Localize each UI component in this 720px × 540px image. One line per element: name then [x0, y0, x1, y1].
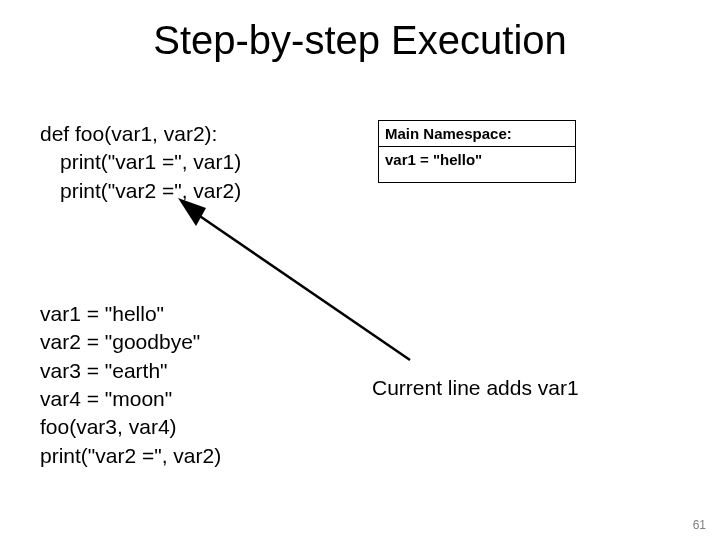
code-line: print("var2 =", var2)	[40, 442, 221, 470]
code-line: def foo(var1, var2):	[40, 120, 241, 148]
code-line: print("var1 =", var1)	[40, 148, 241, 176]
annotation-text: Current line adds var1	[372, 376, 579, 400]
slide-title: Step-by-step Execution	[0, 18, 720, 63]
code-line: print("var2 =", var2)	[40, 177, 241, 205]
code-function-def: def foo(var1, var2): print("var1 =", var…	[40, 120, 241, 205]
code-line: var3 = "earth"	[40, 357, 221, 385]
code-line: var2 = "goodbye"	[40, 328, 221, 356]
code-line: var4 = "moon"	[40, 385, 221, 413]
code-line: var1 = "hello"	[40, 300, 221, 328]
namespace-box: Main Namespace: var1 = "hello"	[378, 120, 576, 183]
page-number: 61	[693, 518, 706, 532]
namespace-entry: var1 = "hello"	[379, 147, 575, 182]
slide: Step-by-step Execution def foo(var1, var…	[0, 0, 720, 540]
svg-line-0	[188, 208, 410, 360]
code-line: foo(var3, var4)	[40, 413, 221, 441]
namespace-header: Main Namespace:	[379, 121, 575, 147]
code-main-body: var1 = "hello" var2 = "goodbye" var3 = "…	[40, 300, 221, 470]
